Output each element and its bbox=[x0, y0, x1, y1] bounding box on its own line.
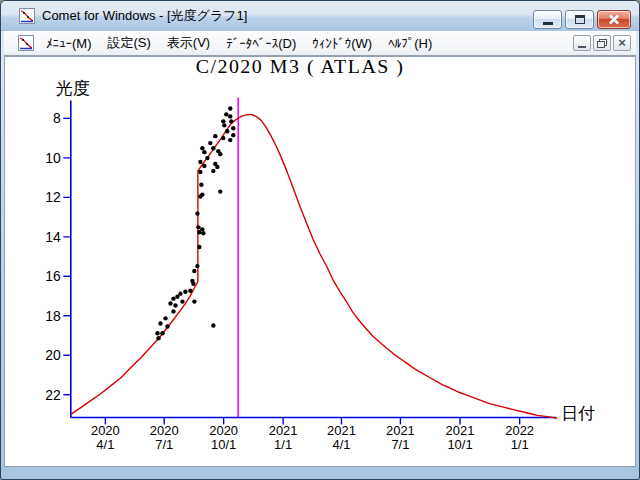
observation-point bbox=[198, 160, 202, 164]
observation-point bbox=[215, 165, 219, 169]
model-light-curve bbox=[71, 114, 557, 418]
y-tick-label: 14 bbox=[45, 229, 61, 245]
observation-point bbox=[229, 119, 233, 123]
observation-point bbox=[211, 323, 215, 327]
y-tick-label: 12 bbox=[45, 189, 61, 205]
mdi-close-button[interactable]: × bbox=[613, 35, 631, 51]
mdi-child-icon[interactable] bbox=[18, 35, 34, 51]
observation-point bbox=[160, 331, 164, 335]
maximize-button[interactable] bbox=[565, 10, 594, 29]
x-axis-name: 日付 bbox=[561, 405, 595, 424]
observation-point bbox=[221, 136, 225, 140]
observation-point bbox=[158, 321, 162, 325]
observation-point bbox=[228, 106, 232, 110]
observation-point bbox=[165, 324, 169, 328]
menu-item-database[interactable]: ﾃﾞｰﾀﾍﾞｰｽ(D) bbox=[218, 33, 304, 54]
close-icon bbox=[607, 14, 621, 25]
mdi-minimize-button[interactable] bbox=[573, 35, 591, 51]
observation-point bbox=[231, 126, 235, 130]
y-tick-label: 20 bbox=[45, 347, 61, 363]
x-tick-label-date: 4/1 bbox=[96, 437, 114, 452]
menu-item-settings[interactable]: 設定(S) bbox=[100, 31, 159, 55]
x-tick-label-year: 2020 bbox=[91, 423, 120, 438]
menu-item-view[interactable]: 表示(V) bbox=[159, 31, 218, 55]
observation-point bbox=[228, 138, 232, 142]
x-tick-label-date: 4/1 bbox=[332, 437, 350, 452]
observation-point bbox=[225, 129, 229, 133]
maximize-icon bbox=[575, 15, 585, 24]
observation-point bbox=[211, 146, 215, 150]
observation-point bbox=[180, 299, 184, 303]
menu-item-help[interactable]: ﾍﾙﾌﾟ(H) bbox=[380, 33, 440, 54]
close-button[interactable] bbox=[597, 10, 631, 29]
y-tick-label: 22 bbox=[45, 387, 61, 403]
observation-point bbox=[196, 225, 200, 229]
observation-point bbox=[175, 294, 179, 298]
y-tick-label: 10 bbox=[45, 150, 61, 166]
observation-point bbox=[202, 150, 206, 154]
x-tick-label-year: 2022 bbox=[505, 423, 534, 438]
observation-point bbox=[221, 119, 225, 123]
x-tick-label-date: 10/1 bbox=[211, 437, 236, 452]
mdi-close-icon: × bbox=[618, 36, 626, 49]
y-tick-label: 18 bbox=[45, 308, 61, 324]
chart-title: C/2020 M3 ( ATLAS ) bbox=[196, 57, 405, 78]
x-tick-label-date: 10/1 bbox=[447, 437, 472, 452]
app-icon bbox=[19, 8, 35, 24]
observation-point bbox=[208, 141, 212, 145]
observation-point bbox=[200, 146, 204, 150]
menu-bar: ﾒﾆｭｰ(M)設定(S)表示(V)ﾃﾞｰﾀﾍﾞｰｽ(D)ｳｨﾝﾄﾞｳ(W)ﾍﾙﾌ… bbox=[4, 31, 636, 56]
x-tick-label-year: 2021 bbox=[269, 423, 298, 438]
x-tick-label-date: 1/1 bbox=[274, 437, 292, 452]
menu-item-window[interactable]: ｳｨﾝﾄﾞｳ(W) bbox=[304, 33, 380, 54]
x-tick-label-date: 1/1 bbox=[511, 437, 529, 452]
y-tick-label: 16 bbox=[45, 268, 61, 284]
mdi-restore-icon bbox=[597, 39, 607, 48]
observation-point bbox=[197, 245, 201, 249]
mdi-restore-button[interactable] bbox=[593, 35, 611, 51]
minimize-button[interactable] bbox=[533, 10, 562, 29]
observation-point bbox=[202, 164, 206, 168]
x-tick-label-year: 2021 bbox=[446, 423, 475, 438]
mdi-buttons: × bbox=[573, 35, 631, 51]
observation-point bbox=[171, 309, 175, 313]
title-bar[interactable]: Comet for Windows - [光度グラフ1] bbox=[1, 1, 639, 31]
x-tick-label-year: 2020 bbox=[209, 423, 238, 438]
window-title: Comet for Windows - [光度グラフ1] bbox=[42, 7, 247, 25]
observation-point bbox=[168, 301, 172, 305]
observation-point bbox=[195, 211, 199, 215]
observation-point bbox=[228, 114, 232, 118]
observation-point bbox=[192, 269, 196, 273]
observation-point bbox=[201, 231, 205, 235]
menu-items: ﾒﾆｭｰ(M)設定(S)表示(V)ﾃﾞｰﾀﾍﾞｰｽ(D)ｳｨﾝﾄﾞｳ(W)ﾍﾙﾌ… bbox=[38, 31, 440, 55]
observation-point bbox=[188, 289, 192, 293]
observation-point bbox=[205, 156, 209, 160]
menu-item-menu[interactable]: ﾒﾆｭｰ(M) bbox=[38, 33, 100, 54]
observation-point bbox=[211, 169, 215, 173]
observation-point bbox=[156, 336, 160, 340]
app-window: Comet for Windows - [光度グラフ1] ﾒﾆｭｰ(M)設定(S… bbox=[0, 0, 640, 480]
observation-point bbox=[197, 230, 201, 234]
mdi-minimize-icon bbox=[578, 46, 586, 48]
x-tick-label-date: 7/1 bbox=[391, 437, 409, 452]
observation-point bbox=[218, 152, 222, 156]
y-tick-label: 8 bbox=[53, 110, 61, 126]
x-tick-label-year: 2020 bbox=[150, 423, 179, 438]
observation-point bbox=[199, 183, 203, 187]
y-axis-name: 光度 bbox=[56, 79, 90, 98]
observation-point bbox=[222, 123, 226, 127]
observation-point bbox=[163, 316, 167, 320]
observation-point bbox=[213, 134, 217, 138]
observation-point bbox=[191, 282, 195, 286]
x-tick-label-date: 7/1 bbox=[155, 437, 173, 452]
observation-point bbox=[198, 194, 202, 198]
observation-point bbox=[192, 299, 196, 303]
observation-point bbox=[155, 331, 159, 335]
observation-point bbox=[183, 290, 187, 294]
observation-point bbox=[173, 303, 177, 307]
light-curve-chart: 81012141618202220204/120207/1202010/1202… bbox=[5, 57, 635, 466]
chart-client-area: 81012141618202220204/120207/1202010/1202… bbox=[4, 56, 636, 467]
observation-point bbox=[224, 112, 228, 116]
observation-point bbox=[171, 296, 175, 300]
observation-point bbox=[218, 189, 222, 193]
